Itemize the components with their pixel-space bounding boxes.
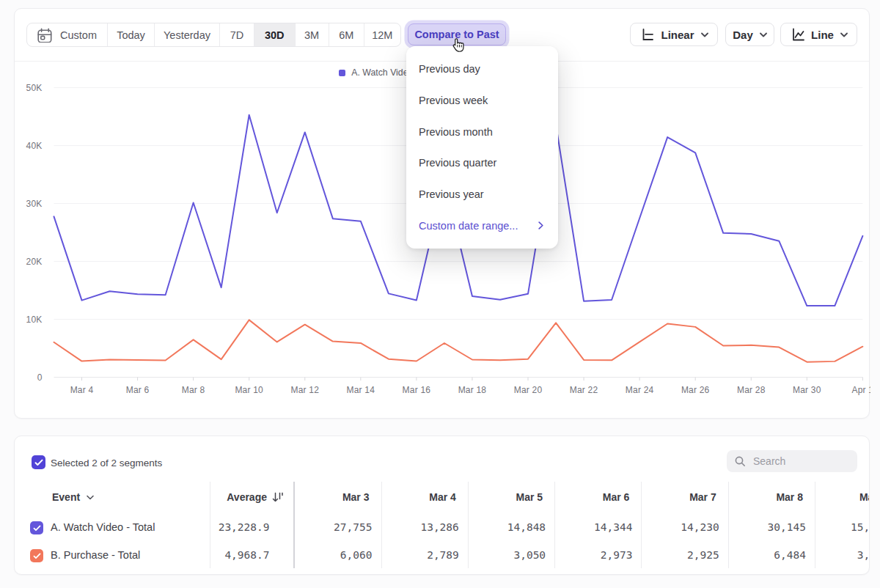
x-tick-label: Mar 20: [514, 385, 543, 395]
column-divider: [728, 482, 729, 568]
hand-pointer-cursor: [451, 38, 464, 55]
column-divider: [641, 482, 642, 568]
cell-value: 3,100: [857, 549, 870, 561]
date-column-header: Mar 3: [342, 491, 370, 503]
linear-scale-icon: [639, 27, 654, 42]
row-label: B. Purchase - Total: [51, 549, 140, 561]
cell-value: 2,925: [687, 549, 719, 561]
compare-to-past-menu: Previous dayPrevious weekPrevious monthP…: [406, 46, 558, 249]
chevron-right-icon: [538, 221, 543, 229]
x-tick-label: Apr 1: [852, 385, 870, 395]
y-tick-label: 50K: [26, 83, 43, 93]
chevron-down-icon-graphic: [701, 32, 708, 37]
date-column-header: Mar 5: [516, 491, 543, 503]
chevron-down-icon: [701, 32, 708, 37]
range-option-today[interactable]: Today: [107, 23, 154, 46]
range-option-label: Custom: [60, 29, 97, 41]
cell-value: 2,789: [427, 549, 459, 561]
menu-item-previous-day[interactable]: Previous day: [406, 54, 558, 85]
range-option-3m[interactable]: 3M: [295, 23, 329, 46]
calendar-icon: [37, 28, 52, 43]
x-tick-label: Mar 30: [793, 385, 821, 395]
date-column-header: Mar 8: [776, 491, 803, 503]
x-tick-label: Mar 16: [403, 385, 431, 395]
y-tick-label: 40K: [26, 141, 43, 151]
row-checkbox[interactable]: [30, 521, 43, 534]
interval-dropdown-button[interactable]: Day: [725, 23, 774, 46]
cell-value: 27,755: [334, 521, 372, 533]
x-tick-label: Mar 8: [182, 385, 205, 395]
range-option-12m[interactable]: 12M: [364, 23, 400, 46]
range-option-label: 12M: [372, 29, 392, 41]
column-divider: [210, 482, 210, 568]
x-tick-label: Mar 4: [70, 385, 94, 395]
x-tick-label: Mar 26: [681, 385, 710, 395]
column-divider: [381, 482, 382, 568]
range-option-30d[interactable]: 30D: [254, 23, 295, 46]
cell-value: 6,060: [340, 549, 373, 561]
cell-value: 13,286: [420, 521, 458, 533]
y-tick-label: 30K: [26, 199, 43, 209]
range-option-7d[interactable]: 7D: [219, 23, 254, 46]
scale-dropdown-button[interactable]: Linear: [630, 23, 718, 46]
range-option-label: 6M: [339, 29, 353, 41]
series-line-b: [54, 320, 863, 361]
line-chart-icon: [790, 27, 804, 42]
column-divider: [554, 482, 555, 568]
cell-value: 30,145: [768, 521, 806, 533]
chevron-down-icon: [840, 32, 848, 37]
line-chart-icon-graphic: [790, 27, 804, 42]
range-option-label: Yesterday: [164, 29, 210, 41]
menu-item-previous-month[interactable]: Previous month: [406, 116, 558, 147]
average-value: 4,968.7: [224, 549, 269, 561]
chart-type-button-label: Line: [811, 29, 834, 41]
interval-button-label: Day: [733, 29, 753, 41]
chevron-down-icon: [87, 495, 94, 500]
column-divider: [468, 482, 469, 568]
x-tick-label: Mar 12: [290, 385, 319, 395]
menu-item-previous-year[interactable]: Previous year: [406, 179, 558, 210]
range-option-label: Today: [117, 29, 145, 41]
row-checkbox[interactable]: [30, 549, 43, 562]
y-tick-label: 0: [37, 372, 43, 383]
average-value: 23,228.9: [219, 521, 270, 533]
average-column-header[interactable]: Average: [227, 491, 284, 503]
cell-value: 14,344: [594, 521, 632, 533]
event-column-header[interactable]: Event: [52, 491, 94, 503]
y-tick-label: 10K: [26, 315, 43, 325]
row-label: A. Watch Video - Total: [51, 521, 155, 533]
menu-item-previous-quarter[interactable]: Previous quarter: [406, 147, 558, 179]
range-option-6m[interactable]: 6M: [329, 23, 364, 46]
menu-item-label: Custom date range...: [419, 220, 518, 232]
segments-table: EventAverageMar 3Mar 4Mar 5Mar 6Mar 7Mar…: [15, 436, 869, 574]
cell-value: 15,500: [851, 521, 870, 533]
x-tick-label: Mar 6: [126, 385, 150, 395]
range-option-label: 3M: [304, 29, 319, 41]
scale-button-label: Linear: [661, 29, 694, 41]
range-option-custom[interactable]: Custom: [27, 23, 107, 46]
date-column-header: Mar 4: [429, 491, 456, 503]
range-option-yesterday[interactable]: Yesterday: [154, 23, 219, 46]
menu-item-custom-date-range[interactable]: Custom date range...: [406, 210, 558, 241]
date-column-header: Mar 7: [689, 491, 716, 503]
x-tick-label: Mar 28: [737, 385, 766, 395]
chevron-right-icon-graphic: [538, 221, 543, 229]
sort-descending-icon: [272, 492, 284, 503]
menu-item-previous-week[interactable]: Previous week: [406, 85, 558, 117]
range-option-label: 30D: [265, 29, 285, 41]
cell-value: 3,050: [513, 549, 546, 561]
average-column-divider: [293, 482, 295, 568]
range-option-label: 7D: [230, 29, 244, 41]
calendar-icon-graphic: [37, 28, 52, 43]
chart-type-dropdown-button[interactable]: Line: [780, 23, 857, 46]
chevron-down-icon-graphic: [87, 495, 94, 500]
x-tick-label: Mar 22: [570, 385, 598, 395]
hand-pointer-cursor-graphic: [451, 38, 464, 52]
linear-scale-icon-graphic: [639, 27, 654, 42]
chevron-down-icon-graphic: [840, 32, 848, 37]
cell-value: 6,484: [774, 549, 806, 561]
x-tick-label: Mar 14: [347, 385, 375, 395]
event-header-label: Event: [52, 491, 80, 503]
y-tick-label: 20K: [26, 257, 43, 267]
chevron-down-icon-graphic: [760, 32, 767, 37]
